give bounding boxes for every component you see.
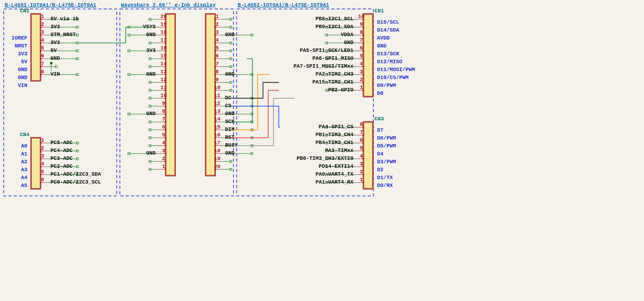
svg-point-1053 — [324, 40, 324, 41]
svg-point-1786 — [233, 68, 234, 68]
svg-point-837 — [324, 32, 324, 33]
svg-point-5249 — [261, 194, 261, 195]
svg-point-5278 — [375, 194, 376, 195]
svg-point-2641 — [198, 99, 198, 100]
svg-point-487 — [221, 20, 222, 21]
svg-point-2812 — [20, 107, 21, 108]
svg-point-972 — [4, 40, 5, 41]
svg-point-1864 — [115, 72, 115, 72]
svg-point-3579 — [64, 135, 64, 135]
svg-point-2294 — [107, 87, 108, 88]
svg-point-300 — [336, 12, 336, 13]
svg-point-3068 — [178, 115, 179, 116]
svg-point-2214 — [217, 83, 218, 84]
svg-point-263 — [190, 12, 190, 13]
svg-point-278 — [249, 12, 250, 13]
svg-point-5319 — [111, 198, 111, 199]
svg-point-1975 — [127, 76, 127, 76]
svg-point-5027 — [237, 186, 238, 187]
svg-point-1078 — [423, 40, 423, 41]
svg-point-4467 — [158, 166, 159, 167]
svg-point-4767 — [64, 178, 64, 179]
svg-point-5348 — [225, 198, 226, 199]
schematic-canvas: B-L4S5I-IOT0A1/B-L475E-IOT0A1Waveshare 2… — [0, 0, 429, 201]
svg-point-1369 — [292, 52, 293, 52]
svg-point-5354 — [249, 198, 250, 199]
svg-point-2072 — [83, 80, 84, 80]
svg-point-1767 — [158, 68, 159, 68]
svg-point-611 — [285, 24, 285, 25]
svg-point-2184 — [99, 83, 100, 84]
svg-point-368 — [178, 16, 179, 17]
svg-point-1835 — [427, 68, 427, 68]
svg-point-1686 — [265, 64, 265, 64]
svg-point-326 — [12, 16, 13, 17]
svg-point-1319 — [95, 52, 96, 52]
svg-point-3698 — [107, 139, 108, 139]
svg-point-5144 — [273, 190, 273, 191]
svg-point-893 — [119, 36, 119, 37]
svg-point-3828 — [194, 143, 194, 143]
svg-point-5079 — [16, 190, 17, 191]
svg-point-1782 — [217, 68, 218, 68]
svg-point-4719 — [300, 174, 301, 175]
svg-point-3246 — [28, 123, 29, 124]
svg-point-4614 — [312, 170, 313, 171]
svg-point-1402 — [423, 52, 423, 52]
svg-point-522 — [359, 20, 360, 21]
svg-point-2171 — [48, 83, 48, 84]
svg-point-704 — [225, 28, 226, 29]
svg-point-1341 — [182, 52, 182, 52]
svg-point-290 — [296, 12, 297, 13]
svg-point-1036 — [257, 40, 257, 41]
svg-point-2646 — [217, 99, 218, 100]
svg-point-5077 — [8, 190, 9, 191]
svg-point-4792 — [162, 178, 163, 179]
svg-point-832 — [304, 32, 305, 33]
svg-point-1516 — [20, 60, 21, 60]
svg-point-3553 — [387, 131, 388, 131]
svg-point-3384 — [146, 127, 147, 127]
svg-point-4693 — [198, 174, 198, 175]
svg-point-4772 — [83, 178, 84, 179]
svg-point-4356 — [146, 162, 147, 163]
svg-point-1493 — [356, 56, 356, 56]
svg-point-2942 — [107, 111, 108, 112]
svg-text:11: 11 — [160, 85, 167, 91]
svg-point-362 — [154, 16, 155, 17]
svg-point-4376 — [225, 162, 226, 163]
svg-point-1573 — [245, 60, 246, 60]
svg-point-3059 — [143, 115, 143, 116]
svg-point-2986 — [281, 111, 281, 112]
svg-point-4272 — [241, 159, 242, 159]
svg-point-2407 — [127, 91, 127, 92]
svg-point-2938 — [91, 111, 92, 112]
svg-text:D0/RX: D0/RX — [377, 182, 393, 189]
svg-point-1328 — [131, 52, 131, 52]
svg-point-2889 — [324, 107, 324, 108]
svg-point-3969 — [324, 147, 324, 147]
svg-point-4398 — [312, 162, 313, 163]
svg-point-2231 — [285, 83, 285, 84]
svg-point-1795 — [269, 68, 269, 68]
svg-point-2162 — [12, 83, 13, 84]
svg-point-2033 — [356, 76, 356, 76]
svg-point-1659 — [158, 64, 159, 64]
svg-point-5099 — [95, 190, 96, 191]
svg-point-3923 — [143, 147, 143, 147]
svg-point-2208 — [194, 83, 194, 84]
svg-point-3286 — [186, 123, 186, 124]
svg-point-4535 — [427, 166, 427, 167]
svg-point-3952 — [257, 147, 257, 147]
svg-point-2220 — [241, 83, 242, 84]
svg-point-4558 — [91, 170, 92, 171]
svg-point-1136 — [225, 44, 226, 45]
svg-point-3125 — [403, 115, 403, 116]
svg-point-2085 — [135, 80, 135, 80]
svg-point-350 — [107, 16, 108, 17]
svg-point-2101 — [198, 80, 198, 80]
svg-point-5176 — [399, 190, 399, 191]
svg-point-544 — [20, 24, 21, 25]
svg-point-4430 — [12, 166, 13, 167]
svg-point-4669 — [103, 174, 104, 175]
